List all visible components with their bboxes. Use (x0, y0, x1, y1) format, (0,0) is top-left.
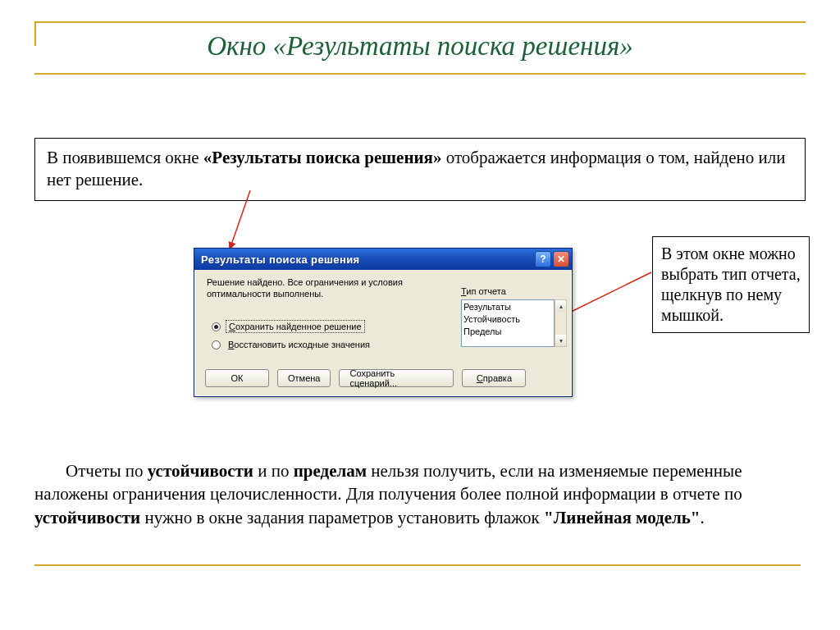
list-item[interactable]: Устойчивость (463, 313, 552, 326)
list-item[interactable]: Пределы (463, 326, 552, 338)
report-type-listbox[interactable]: Результаты Устойчивость Пределы (461, 299, 555, 347)
dialog-title-text: Результаты поиска решения (201, 253, 533, 266)
dialog-body: Решение найдено. Все ограничения и услов… (194, 270, 572, 396)
cancel-button[interactable]: Отмена (277, 369, 331, 387)
svg-line-1 (561, 272, 651, 317)
radio-icon[interactable] (212, 322, 221, 331)
title-corner-accent (34, 21, 59, 46)
scroll-down-icon[interactable]: ▾ (555, 335, 566, 346)
solver-results-dialog: Результаты поиска решения ? ✕ Решение на… (194, 248, 573, 397)
intro-text-box: В появившемся окне «Результаты поиска ре… (34, 138, 806, 201)
scroll-up-icon[interactable]: ▴ (555, 300, 566, 312)
bottom-paragraph: Отчеты по устойчивости и по пределам нел… (34, 459, 801, 529)
report-type-label: Тип отчета (461, 286, 506, 296)
button-row: ОК Отмена Сохранить сценарий... Справка (205, 369, 526, 387)
ok-button[interactable]: ОК (205, 369, 269, 387)
help-button[interactable]: Справка (462, 369, 526, 387)
listbox-scrollbar[interactable]: ▴ ▾ (555, 299, 567, 347)
side-note-text: В этом окне можно выбрать тип отчета, ще… (661, 244, 801, 324)
help-icon[interactable]: ? (535, 251, 551, 267)
radio-label: Сохранить найденное решение (226, 320, 365, 333)
radio-label: Восстановить исходные значения (226, 339, 372, 350)
close-icon[interactable]: ✕ (553, 251, 569, 267)
radio-group: Сохранить найденное решение Восстановить… (212, 317, 372, 354)
radio-keep-solution[interactable]: Сохранить найденное решение (212, 317, 372, 336)
title-container: Окно «Результаты поиска решения» (34, 21, 806, 75)
radio-restore-values[interactable]: Восстановить исходные значения (212, 336, 372, 354)
dialog-titlebar[interactable]: Результаты поиска решения ? ✕ (194, 249, 572, 270)
intro-bold: «Результаты поиска решения» (203, 148, 442, 167)
bottom-divider (34, 564, 801, 566)
side-note-box: В этом окне можно выбрать тип отчета, ще… (652, 236, 810, 333)
slide-title: Окно «Результаты поиска решения» (34, 31, 806, 62)
intro-pre: В появившемся окне (47, 148, 203, 167)
list-item[interactable]: Результаты (463, 301, 552, 313)
radio-icon[interactable] (212, 340, 221, 349)
status-text: Решение найдено. Все ограничения и услов… (207, 276, 420, 300)
save-scenario-button[interactable]: Сохранить сценарий... (339, 369, 454, 387)
